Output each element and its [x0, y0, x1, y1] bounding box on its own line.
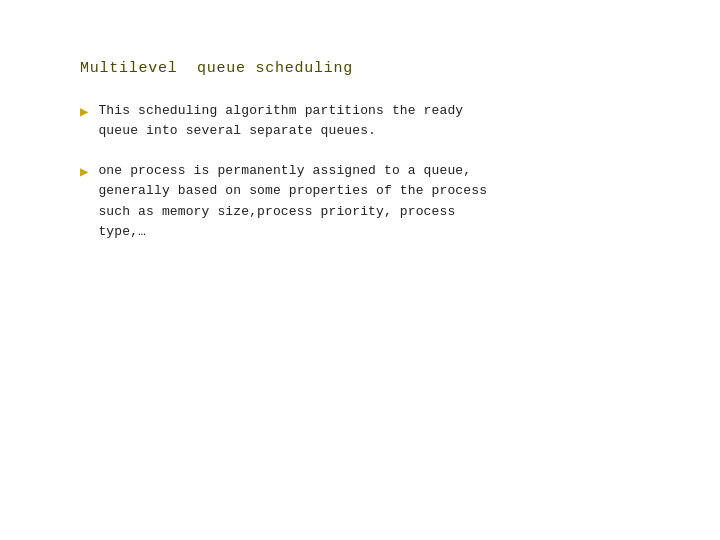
bullet-text-1: This scheduling algorithm partitions the…	[98, 101, 463, 141]
bullet-text-2: one process is permanently assigned to a…	[98, 161, 487, 242]
bullet-list: ▶ This scheduling algorithm partitions t…	[80, 101, 640, 242]
bullet-item-1: ▶ This scheduling algorithm partitions t…	[80, 101, 640, 141]
slide-title: Multilevel queue scheduling	[80, 60, 640, 77]
bullet-arrow-1: ▶	[80, 102, 88, 123]
slide-container: Multilevel queue scheduling ▶ This sched…	[0, 0, 720, 540]
bullet-item-2: ▶ one process is permanently assigned to…	[80, 161, 640, 242]
bullet-arrow-2: ▶	[80, 162, 88, 183]
